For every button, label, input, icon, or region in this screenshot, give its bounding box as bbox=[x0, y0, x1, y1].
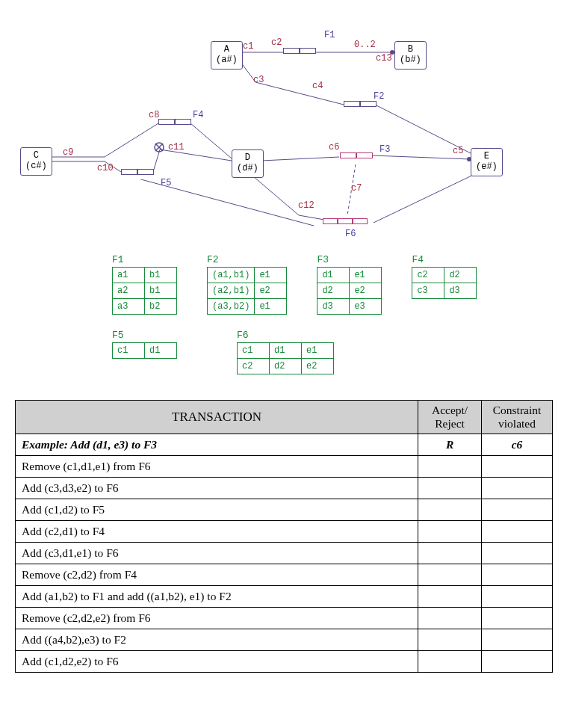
cell-ar[interactable] bbox=[418, 651, 482, 673]
cell-ar[interactable] bbox=[418, 543, 482, 564]
table-cell: b2 bbox=[145, 299, 177, 315]
cell-tx: Add (c1,d2,e2) to F6 bbox=[16, 651, 418, 673]
table-cell: d2 bbox=[317, 283, 350, 299]
constraint-diagram: A (a#) B (b#) C (c#) D (d#) E (e#) bbox=[0, 0, 567, 247]
cell-ar[interactable] bbox=[418, 564, 482, 586]
table-row: Remove (c2,d2,e2) from F6 bbox=[16, 608, 553, 629]
label-c9: c9 bbox=[63, 147, 73, 158]
cell-ar[interactable] bbox=[418, 499, 482, 521]
label-F6: F6 bbox=[345, 229, 356, 239]
table-cell: d2 bbox=[444, 268, 477, 283]
cell-tx: Remove (c2,d2) from F4 bbox=[16, 564, 418, 586]
cell-ar: R bbox=[418, 434, 482, 456]
table-F1-name: F1 bbox=[112, 254, 177, 265]
table-cell: e1 bbox=[255, 299, 287, 315]
cell-tx: Add (c1,d2) to F5 bbox=[16, 499, 418, 521]
table-cell: d3 bbox=[317, 299, 350, 315]
cell-cv: c6 bbox=[482, 434, 553, 456]
label-c6: c6 bbox=[329, 142, 339, 152]
entity-E-name: E bbox=[484, 151, 489, 161]
table-cell: b1 bbox=[145, 283, 177, 299]
table-row: Add ((a4,b2),e3) to F2 bbox=[16, 629, 553, 651]
table-row: Remove (c2,d2) from F4 bbox=[16, 564, 553, 586]
table-cell: (a3,b2) bbox=[208, 299, 255, 315]
entity-D-name: D bbox=[245, 152, 250, 163]
cell-ar[interactable] bbox=[418, 586, 482, 608]
label-c5: c5 bbox=[453, 146, 463, 156]
entity-A-id: (a#) bbox=[216, 55, 238, 65]
table-cell: c2 bbox=[238, 359, 270, 374]
entity-D: D (d#) bbox=[232, 149, 264, 178]
cell-ar[interactable] bbox=[418, 456, 482, 478]
cell-tx: Add (c3,d1,e1) to F6 bbox=[16, 543, 418, 564]
cell-tx: Add (a1,b2) to F1 and add ((a1,b2), e1) … bbox=[16, 586, 418, 608]
cell-tx: Remove (c1,d1,e1) from F6 bbox=[16, 456, 418, 478]
table-row: Add (c2,d1) to F4 bbox=[16, 521, 553, 543]
label-c11: c11 bbox=[168, 142, 185, 152]
entity-B-id: (b#) bbox=[400, 55, 421, 65]
table-cell: d1 bbox=[270, 343, 302, 359]
table-F2-name: F2 bbox=[207, 254, 287, 265]
role-F5 bbox=[121, 166, 154, 179]
cell-cv[interactable] bbox=[482, 651, 553, 673]
cell-tx: Add (c3,d3,e2) to F6 bbox=[16, 478, 418, 499]
table-cell: a2 bbox=[113, 283, 145, 299]
cell-ar[interactable] bbox=[418, 629, 482, 651]
label-F1: F1 bbox=[324, 30, 335, 40]
cell-cv[interactable] bbox=[482, 586, 553, 608]
entity-C: C (c#) bbox=[20, 147, 52, 176]
table-F3: F3 d1e1 d2e2 d3e3 bbox=[317, 254, 382, 315]
table-cell: d1 bbox=[145, 343, 177, 359]
cell-cv[interactable] bbox=[482, 478, 553, 499]
label-c13: c13 bbox=[376, 53, 392, 64]
role-F1 bbox=[283, 45, 316, 58]
table-F5: F5 c1d1 bbox=[112, 330, 177, 374]
entity-B-name: B bbox=[408, 44, 413, 55]
table-row: Remove (c1,d1,e1) from F6 bbox=[16, 456, 553, 478]
table-F3-name: F3 bbox=[317, 254, 382, 265]
table-F4-name: F4 bbox=[412, 254, 477, 265]
label-c12: c12 bbox=[298, 200, 315, 211]
header-accept-reject: Accept/ Reject bbox=[418, 401, 482, 434]
cell-cv[interactable] bbox=[482, 608, 553, 629]
cell-cv[interactable] bbox=[482, 564, 553, 586]
label-F4: F4 bbox=[193, 110, 203, 120]
table-cell: c3 bbox=[412, 283, 444, 299]
cell-cv[interactable] bbox=[482, 499, 553, 521]
cell-ar[interactable] bbox=[418, 478, 482, 499]
role-F6 bbox=[323, 215, 368, 229]
role-F3 bbox=[340, 149, 373, 163]
label-F5: F5 bbox=[161, 178, 171, 188]
table-row: Add (a1,b2) to F1 and add ((a1,b2), e1) … bbox=[16, 586, 553, 608]
cell-ar[interactable] bbox=[418, 521, 482, 543]
role-F2 bbox=[344, 98, 377, 111]
entity-C-name: C bbox=[34, 150, 39, 161]
cell-cv[interactable] bbox=[482, 456, 553, 478]
table-row: Add (c3,d1,e1) to F6 bbox=[16, 543, 553, 564]
label-c3: c3 bbox=[253, 75, 264, 85]
cell-cv[interactable] bbox=[482, 543, 553, 564]
role-F4 bbox=[158, 116, 191, 129]
table-cell: b1 bbox=[145, 268, 177, 283]
table-cell: d3 bbox=[444, 283, 477, 299]
table-cell: e1 bbox=[302, 343, 334, 359]
label-multiplicity: 0..2 bbox=[354, 40, 376, 50]
table-cell: e2 bbox=[302, 359, 334, 374]
label-F2: F2 bbox=[374, 91, 384, 102]
cell-tx: Add (c2,d1) to F4 bbox=[16, 521, 418, 543]
table-cell: d1 bbox=[317, 268, 350, 283]
table-row: Add (c1,d2) to F5 bbox=[16, 499, 553, 521]
header-transaction: TRANSACTION bbox=[16, 401, 418, 434]
table-cell: e1 bbox=[350, 268, 382, 283]
page: A (a#) B (b#) C (c#) D (d#) E (e#) bbox=[0, 0, 567, 728]
entity-D-id: (d#) bbox=[237, 163, 258, 173]
cell-ar[interactable] bbox=[418, 608, 482, 629]
label-c1: c1 bbox=[243, 41, 253, 52]
cell-cv[interactable] bbox=[482, 629, 553, 651]
label-c10: c10 bbox=[97, 163, 114, 173]
cell-cv[interactable] bbox=[482, 521, 553, 543]
table-cell: a3 bbox=[113, 299, 145, 315]
entity-A-name: A bbox=[224, 44, 229, 55]
entity-E: E (e#) bbox=[471, 148, 503, 176]
table-cell: d2 bbox=[270, 359, 302, 374]
